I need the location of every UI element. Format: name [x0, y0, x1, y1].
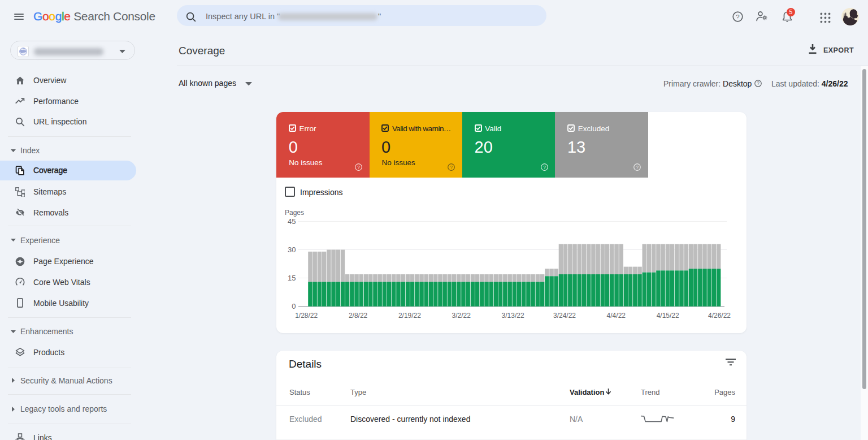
svg-text:3/13/22: 3/13/22	[502, 312, 524, 320]
svg-text:3/2/22: 3/2/22	[452, 312, 471, 320]
svg-text:4/4/22: 4/4/22	[607, 312, 626, 320]
svg-text:?: ?	[736, 13, 739, 20]
svg-text:45: 45	[288, 217, 296, 226]
svg-text:15: 15	[288, 274, 296, 282]
svg-text:1/28/22: 1/28/22	[295, 312, 318, 320]
svg-text:0: 0	[292, 302, 296, 310]
svg-text:3/24/22: 3/24/22	[553, 312, 576, 320]
svg-text:4/26/22: 4/26/22	[708, 312, 731, 320]
svg-text:2/8/22: 2/8/22	[349, 312, 368, 320]
svg-text:?: ?	[757, 80, 760, 86]
svg-text:30: 30	[288, 245, 296, 254]
svg-text:2/19/22: 2/19/22	[398, 312, 421, 320]
svg-text:4/15/22: 4/15/22	[657, 312, 679, 320]
